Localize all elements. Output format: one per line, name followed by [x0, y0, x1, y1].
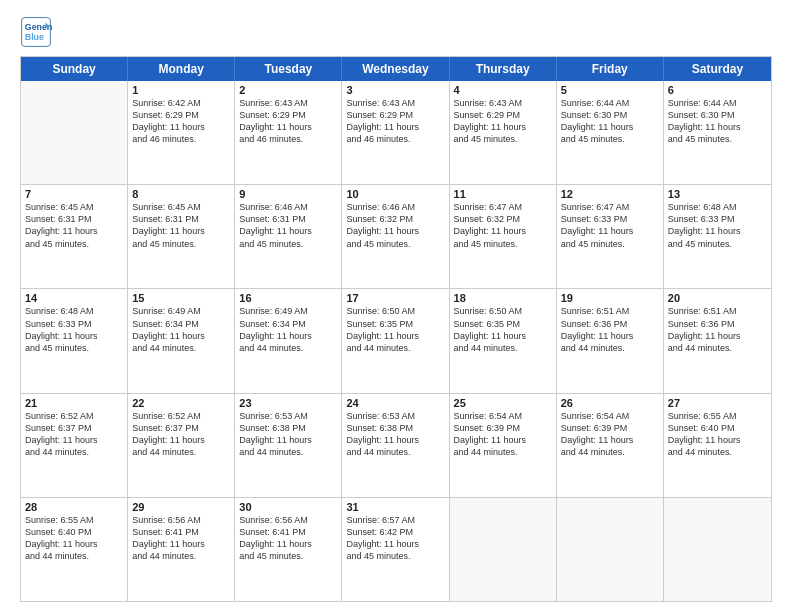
cell-info: Sunrise: 6:43 AM Sunset: 6:29 PM Dayligh…: [454, 97, 552, 146]
cell-info: Sunrise: 6:56 AM Sunset: 6:41 PM Dayligh…: [239, 514, 337, 563]
calendar-cell-1-2: 9Sunrise: 6:46 AM Sunset: 6:31 PM Daylig…: [235, 185, 342, 288]
calendar-cell-0-0: [21, 81, 128, 184]
page: General Blue SundayMondayTuesdayWednesda…: [0, 0, 792, 612]
calendar-cell-2-5: 19Sunrise: 6:51 AM Sunset: 6:36 PM Dayli…: [557, 289, 664, 392]
logo: General Blue: [20, 16, 52, 48]
cell-info: Sunrise: 6:53 AM Sunset: 6:38 PM Dayligh…: [346, 410, 444, 459]
calendar-cell-1-5: 12Sunrise: 6:47 AM Sunset: 6:33 PM Dayli…: [557, 185, 664, 288]
day-number: 16: [239, 292, 337, 304]
header-day-monday: Monday: [128, 57, 235, 81]
cell-info: Sunrise: 6:55 AM Sunset: 6:40 PM Dayligh…: [25, 514, 123, 563]
svg-text:Blue: Blue: [25, 32, 44, 42]
cell-info: Sunrise: 6:57 AM Sunset: 6:42 PM Dayligh…: [346, 514, 444, 563]
cell-info: Sunrise: 6:54 AM Sunset: 6:39 PM Dayligh…: [561, 410, 659, 459]
calendar-cell-0-2: 2Sunrise: 6:43 AM Sunset: 6:29 PM Daylig…: [235, 81, 342, 184]
day-number: 21: [25, 397, 123, 409]
cell-info: Sunrise: 6:44 AM Sunset: 6:30 PM Dayligh…: [668, 97, 767, 146]
calendar-row-2: 14Sunrise: 6:48 AM Sunset: 6:33 PM Dayli…: [21, 289, 771, 393]
calendar-cell-4-5: [557, 498, 664, 601]
day-number: 19: [561, 292, 659, 304]
cell-info: Sunrise: 6:50 AM Sunset: 6:35 PM Dayligh…: [454, 305, 552, 354]
day-number: 12: [561, 188, 659, 200]
header-day-friday: Friday: [557, 57, 664, 81]
calendar-cell-3-2: 23Sunrise: 6:53 AM Sunset: 6:38 PM Dayli…: [235, 394, 342, 497]
day-number: 29: [132, 501, 230, 513]
day-number: 7: [25, 188, 123, 200]
cell-info: Sunrise: 6:49 AM Sunset: 6:34 PM Dayligh…: [132, 305, 230, 354]
calendar-cell-3-1: 22Sunrise: 6:52 AM Sunset: 6:37 PM Dayli…: [128, 394, 235, 497]
day-number: 31: [346, 501, 444, 513]
cell-info: Sunrise: 6:43 AM Sunset: 6:29 PM Dayligh…: [346, 97, 444, 146]
cell-info: Sunrise: 6:56 AM Sunset: 6:41 PM Dayligh…: [132, 514, 230, 563]
cell-info: Sunrise: 6:42 AM Sunset: 6:29 PM Dayligh…: [132, 97, 230, 146]
calendar-cell-0-5: 5Sunrise: 6:44 AM Sunset: 6:30 PM Daylig…: [557, 81, 664, 184]
day-number: 22: [132, 397, 230, 409]
calendar-cell-0-6: 6Sunrise: 6:44 AM Sunset: 6:30 PM Daylig…: [664, 81, 771, 184]
calendar-cell-4-6: [664, 498, 771, 601]
calendar-cell-4-2: 30Sunrise: 6:56 AM Sunset: 6:41 PM Dayli…: [235, 498, 342, 601]
day-number: 14: [25, 292, 123, 304]
cell-info: Sunrise: 6:44 AM Sunset: 6:30 PM Dayligh…: [561, 97, 659, 146]
calendar-cell-3-5: 26Sunrise: 6:54 AM Sunset: 6:39 PM Dayli…: [557, 394, 664, 497]
calendar-cell-0-4: 4Sunrise: 6:43 AM Sunset: 6:29 PM Daylig…: [450, 81, 557, 184]
calendar-header: SundayMondayTuesdayWednesdayThursdayFrid…: [21, 57, 771, 81]
calendar-cell-4-1: 29Sunrise: 6:56 AM Sunset: 6:41 PM Dayli…: [128, 498, 235, 601]
calendar-body: 1Sunrise: 6:42 AM Sunset: 6:29 PM Daylig…: [21, 81, 771, 601]
cell-info: Sunrise: 6:51 AM Sunset: 6:36 PM Dayligh…: [668, 305, 767, 354]
calendar-row-1: 7Sunrise: 6:45 AM Sunset: 6:31 PM Daylig…: [21, 185, 771, 289]
day-number: 18: [454, 292, 552, 304]
day-number: 4: [454, 84, 552, 96]
day-number: 1: [132, 84, 230, 96]
calendar-cell-3-6: 27Sunrise: 6:55 AM Sunset: 6:40 PM Dayli…: [664, 394, 771, 497]
cell-info: Sunrise: 6:46 AM Sunset: 6:31 PM Dayligh…: [239, 201, 337, 250]
calendar-cell-4-0: 28Sunrise: 6:55 AM Sunset: 6:40 PM Dayli…: [21, 498, 128, 601]
day-number: 2: [239, 84, 337, 96]
calendar-row-3: 21Sunrise: 6:52 AM Sunset: 6:37 PM Dayli…: [21, 394, 771, 498]
cell-info: Sunrise: 6:51 AM Sunset: 6:36 PM Dayligh…: [561, 305, 659, 354]
cell-info: Sunrise: 6:50 AM Sunset: 6:35 PM Dayligh…: [346, 305, 444, 354]
calendar-cell-1-1: 8Sunrise: 6:45 AM Sunset: 6:31 PM Daylig…: [128, 185, 235, 288]
calendar-cell-1-6: 13Sunrise: 6:48 AM Sunset: 6:33 PM Dayli…: [664, 185, 771, 288]
cell-info: Sunrise: 6:43 AM Sunset: 6:29 PM Dayligh…: [239, 97, 337, 146]
calendar-cell-0-1: 1Sunrise: 6:42 AM Sunset: 6:29 PM Daylig…: [128, 81, 235, 184]
calendar-cell-2-3: 17Sunrise: 6:50 AM Sunset: 6:35 PM Dayli…: [342, 289, 449, 392]
calendar-cell-0-3: 3Sunrise: 6:43 AM Sunset: 6:29 PM Daylig…: [342, 81, 449, 184]
calendar: SundayMondayTuesdayWednesdayThursdayFrid…: [20, 56, 772, 602]
svg-text:General: General: [25, 22, 52, 32]
day-number: 15: [132, 292, 230, 304]
calendar-row-0: 1Sunrise: 6:42 AM Sunset: 6:29 PM Daylig…: [21, 81, 771, 185]
day-number: 27: [668, 397, 767, 409]
day-number: 13: [668, 188, 767, 200]
header-day-saturday: Saturday: [664, 57, 771, 81]
day-number: 11: [454, 188, 552, 200]
cell-info: Sunrise: 6:52 AM Sunset: 6:37 PM Dayligh…: [25, 410, 123, 459]
cell-info: Sunrise: 6:48 AM Sunset: 6:33 PM Dayligh…: [25, 305, 123, 354]
day-number: 8: [132, 188, 230, 200]
cell-info: Sunrise: 6:45 AM Sunset: 6:31 PM Dayligh…: [132, 201, 230, 250]
cell-info: Sunrise: 6:46 AM Sunset: 6:32 PM Dayligh…: [346, 201, 444, 250]
day-number: 24: [346, 397, 444, 409]
calendar-cell-3-3: 24Sunrise: 6:53 AM Sunset: 6:38 PM Dayli…: [342, 394, 449, 497]
cell-info: Sunrise: 6:49 AM Sunset: 6:34 PM Dayligh…: [239, 305, 337, 354]
day-number: 28: [25, 501, 123, 513]
cell-info: Sunrise: 6:54 AM Sunset: 6:39 PM Dayligh…: [454, 410, 552, 459]
calendar-cell-1-3: 10Sunrise: 6:46 AM Sunset: 6:32 PM Dayli…: [342, 185, 449, 288]
day-number: 17: [346, 292, 444, 304]
day-number: 20: [668, 292, 767, 304]
cell-info: Sunrise: 6:55 AM Sunset: 6:40 PM Dayligh…: [668, 410, 767, 459]
day-number: 25: [454, 397, 552, 409]
calendar-cell-3-0: 21Sunrise: 6:52 AM Sunset: 6:37 PM Dayli…: [21, 394, 128, 497]
cell-info: Sunrise: 6:47 AM Sunset: 6:33 PM Dayligh…: [561, 201, 659, 250]
day-number: 3: [346, 84, 444, 96]
header-day-thursday: Thursday: [450, 57, 557, 81]
cell-info: Sunrise: 6:52 AM Sunset: 6:37 PM Dayligh…: [132, 410, 230, 459]
calendar-row-4: 28Sunrise: 6:55 AM Sunset: 6:40 PM Dayli…: [21, 498, 771, 601]
day-number: 30: [239, 501, 337, 513]
calendar-cell-2-2: 16Sunrise: 6:49 AM Sunset: 6:34 PM Dayli…: [235, 289, 342, 392]
cell-info: Sunrise: 6:53 AM Sunset: 6:38 PM Dayligh…: [239, 410, 337, 459]
calendar-cell-2-1: 15Sunrise: 6:49 AM Sunset: 6:34 PM Dayli…: [128, 289, 235, 392]
calendar-cell-4-3: 31Sunrise: 6:57 AM Sunset: 6:42 PM Dayli…: [342, 498, 449, 601]
calendar-cell-4-4: [450, 498, 557, 601]
logo-icon: General Blue: [20, 16, 52, 48]
header-day-wednesday: Wednesday: [342, 57, 449, 81]
